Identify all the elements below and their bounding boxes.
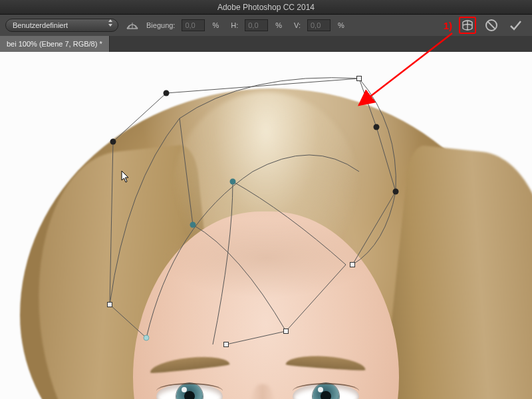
warp-handle[interactable] — [164, 90, 170, 96]
vertical-distort-input[interactable]: 0,0 — [307, 19, 331, 31]
subject-right-eye — [293, 384, 359, 399]
subject-left-eye — [156, 384, 223, 399]
document-canvas[interactable] — [0, 52, 532, 399]
horizontal-distort-label: H: — [231, 21, 238, 29]
bend-label: Biegung: — [146, 21, 175, 29]
options-bar: Benutzerdefiniert Biegung: 0,0 % H: 0,0 … — [0, 15, 532, 36]
vertical-distort-label: V: — [294, 21, 301, 29]
warp-anchor[interactable] — [223, 342, 229, 347]
warp-anchor[interactable] — [283, 329, 289, 334]
svg-line-1 — [488, 22, 495, 29]
warp-handle[interactable] — [144, 335, 150, 341]
warp-anchor[interactable] — [107, 302, 112, 307]
canvas-image — [0, 52, 532, 399]
app-title-bar: Adobe Photoshop CC 2014 — [0, 0, 532, 15]
warp-anchor[interactable] — [356, 76, 362, 81]
warp-preset-value: Benutzerdefiniert — [13, 21, 68, 29]
warp-orientation-icon[interactable] — [125, 18, 140, 33]
cancel-transform-button[interactable] — [483, 17, 500, 34]
commit-transform-button[interactable] — [507, 17, 524, 34]
app-title: Adobe Photoshop CC 2014 — [217, 3, 315, 12]
bend-unit: % — [212, 21, 219, 29]
annotation-step-number: 1) — [444, 20, 452, 31]
horizontal-distort-unit: % — [275, 21, 282, 29]
warp-preset-dropdown[interactable]: Benutzerdefiniert — [5, 19, 118, 32]
toggle-warp-mode-button[interactable] — [459, 17, 476, 34]
warp-handle[interactable] — [190, 222, 196, 228]
warp-handle[interactable] — [374, 124, 380, 130]
warp-handle[interactable] — [110, 139, 116, 145]
options-bar-right-actions: 1) — [444, 17, 527, 34]
warp-handle[interactable] — [230, 179, 236, 185]
warp-handle[interactable] — [393, 189, 399, 195]
bend-input[interactable]: 0,0 — [182, 19, 205, 31]
document-tab-bar: bei 100% (Ebene 7, RGB/8) * — [0, 36, 532, 52]
warp-anchor[interactable] — [350, 262, 355, 267]
vertical-distort-unit: % — [338, 21, 344, 29]
document-tab[interactable]: bei 100% (Ebene 7, RGB/8) * — [0, 36, 110, 52]
cursor-icon — [121, 170, 130, 184]
document-tab-label: bei 100% (Ebene 7, RGB/8) * — [7, 40, 102, 48]
horizontal-distort-input[interactable]: 0,0 — [245, 19, 268, 31]
